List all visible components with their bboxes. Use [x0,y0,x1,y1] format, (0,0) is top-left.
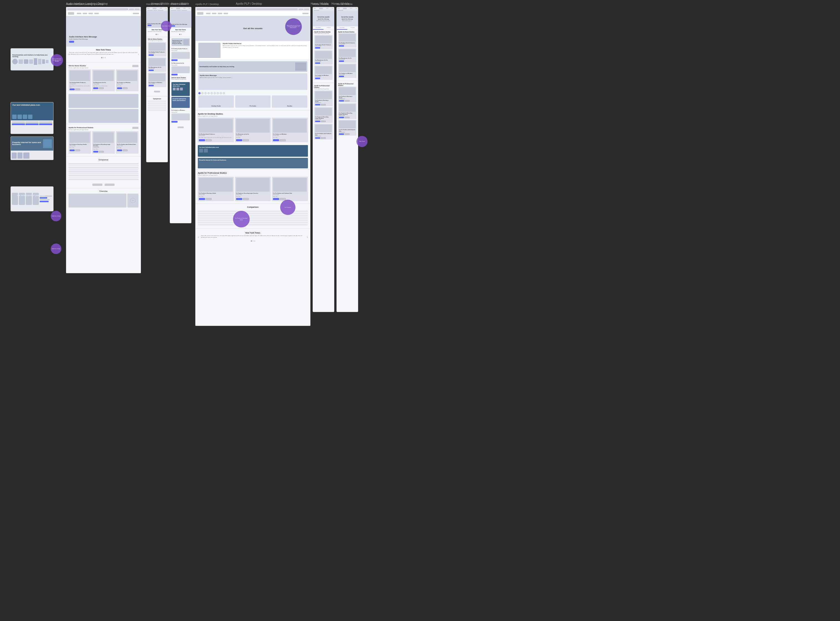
thumbnail-unlimited: Our best Unlimited plans ever. [11,102,53,134]
shop-now-btn-6[interactable] [117,150,122,151]
m3-producers-title: For Producers Running a Studio [315,100,332,102]
m3-pro-sub: Vivamus sagittis lacus vel augue laoreet [314,88,333,89]
card5-title: For Engineers Recording Larger Sessions [93,144,114,147]
m3-pro-shop-btn-1[interactable] [315,104,320,105]
m4-pro-shop-btn-1[interactable] [339,100,344,101]
learn-more-btn-1[interactable] [75,88,80,90]
card6-title: For Pro Studios with Outboard Gear [117,144,137,145]
m2-cta[interactable] [171,25,175,27]
shop-apollo-btn[interactable] [92,183,102,186]
m3-engineers-title: For Engineers Recording Larger Sessions [315,116,332,119]
m3-tab-pro[interactable]: Pro Studio [323,26,334,30]
shop-now-btn-5[interactable] [93,151,98,153]
plp-smartwatches: Smartwatches and trackers to help keep y… [199,66,294,67]
plp-pro-card2: For Engineers Recording Larger Sessions [236,192,270,194]
plp-pro-shop-btn-3[interactable] [273,198,279,200]
thumbnail-iphone [11,186,53,211]
m1-shop-btn-3[interactable] [149,85,154,86]
learn-more-btn-3[interactable] [123,87,127,89]
plp-learn-btn-1[interactable] [206,139,212,141]
card-pro-studios: For Pro Studios with Outboard Gear Start… [116,131,138,153]
shop-now-btn-2[interactable] [93,87,98,89]
m4-pro-title: Apollo for Professional Studios [338,83,356,86]
m1-shop-all-btn[interactable] [154,91,160,92]
m2-for-desktop: For Desktop Studio Producers [170,47,191,50]
m2-shop-all-btn[interactable] [177,126,183,128]
shop-now-btn-3[interactable] [117,87,122,89]
learn-more-btn-2[interactable] [99,87,104,89]
thumbnail-internet: Powerful internet for home and business. [11,136,53,160]
m2-creators: For Creators on Windows [170,109,191,112]
card-desktop-producers: For Desktop Studio Producers Starting at… [68,69,91,91]
m3-musicians-starting: Starting at $### [315,61,332,62]
m3-shop-btn-1[interactable] [315,47,320,48]
m4-pro-studios-title: For Pro Studios with Outboard Gear [339,129,356,132]
plp-pro-learn-btn-1[interactable] [206,198,212,200]
plp-pro-studio: Pro Studio [236,105,270,107]
m4-pro-learn-btn-3[interactable] [344,133,350,135]
m4-tab-home[interactable]: Home Studio [337,26,347,30]
plp-apollo-hero: Apollo Hero Message [200,74,306,76]
m2-volt-sub: Vivamus sagittis lacus vel augue laoreet [171,79,190,80]
plp-desktop-title: Apollo for Desktop Studios [198,113,223,115]
plp-pro-sub: Vivamus sagittis lacus vel augue laoreet [198,174,227,176]
m4-pro-learn-btn-1[interactable] [344,100,350,101]
shop-all-button[interactable] [132,65,138,67]
plp-apollo-title: Apollo Audio Interfaces [223,43,307,44]
plp-pro-learn-btn-3[interactable] [280,198,286,200]
plp-learn-btn-3[interactable] [280,139,286,141]
m4-shop-btn-1[interactable] [339,45,344,47]
financing-title: Financing [66,189,141,193]
m4-shop-btn-3[interactable] [339,76,344,77]
shop-now-btn-1[interactable] [70,88,74,90]
plp-pro-shop-btn-1[interactable] [199,198,205,200]
m2-shop-btn[interactable] [171,59,177,61]
m4-pro-shop-btn-3[interactable] [339,133,344,135]
unlimited-plans-annotation: Our best Unlimited plans ever. [17,194,50,197]
m1-shop-btn-1[interactable] [149,55,154,56]
plp-learn-btn-2[interactable] [243,139,249,141]
plp-pro-learn-btn-2[interactable] [243,198,249,200]
plp-shop-btn-3[interactable] [273,139,279,141]
m3-pro-learn-btn-2[interactable] [321,121,326,122]
m4-pro-shop-btn-2[interactable] [339,117,344,118]
plp-shop-btn-1[interactable] [199,139,205,141]
m4-pro-learn-btn-2[interactable] [344,117,350,118]
m1-desktop-starting: Starting at $### [149,53,165,54]
shop-volt-btn[interactable] [105,183,115,186]
learn-more-btn-5[interactable] [99,151,104,153]
home-studio-text: Hame Studio [359,140,365,143]
m1-shop-btn-2[interactable] [149,70,154,71]
annotation-circle-3: Sagitta lacus vel augue [51,211,61,221]
m3-pro-learn-btn-1[interactable] [321,104,326,105]
m3-pro-shop-btn-3[interactable] [315,137,320,139]
plp-pro-card1-starting: Starting at $### [199,194,233,195]
plp-pro-shop-btn-2[interactable] [236,198,242,200]
m4-shop-btn-2[interactable] [339,61,344,62]
apollo-shop-all-button[interactable] [132,127,138,129]
m3-tab-home[interactable]: Home Studio [313,26,323,30]
m2-musicians-shop-btn[interactable] [171,74,177,76]
m2-creators-shop-btn[interactable] [171,121,177,123]
learn-more-btn-6[interactable] [123,150,127,151]
m4-apollo-hero: Apollo Hero Message [342,18,353,20]
m3-pro-learn-btn-3[interactable] [321,137,326,139]
m3-pro-shop-btn-2[interactable] [315,121,320,122]
m2-volt-title: Volt for Home Studios [171,77,190,79]
plp-shop-btn-2[interactable] [236,139,242,141]
desktop1-section-label: Audio Interface Landing / Desktop [66,3,104,6]
card1-title: For Desktop Studio Producers [70,82,90,83]
m3-shop-btn-3[interactable] [315,78,320,79]
card4-title: For Producers Running a Studio [70,144,90,145]
plp-card2-starting: Starting at $### [236,135,270,136]
nyt-title: New York Times [69,49,138,51]
annotation-circle-for-creators: For Creators [280,200,296,215]
m4-tab-pro[interactable]: Pro Studio [347,26,358,30]
m1-cta[interactable] [147,25,152,26]
learn-more-btn-4[interactable] [75,150,80,151]
m3-shop-btn-2[interactable] [315,62,320,64]
m4-get-all-sounds: Get all the sounds [341,16,353,18]
card1-starting: Starting at $### [70,83,90,85]
shop-now-btn-4[interactable] [70,150,74,151]
card2-starting: Starting at $### [93,83,114,85]
